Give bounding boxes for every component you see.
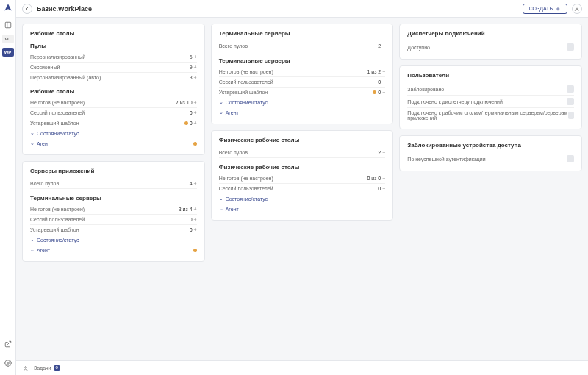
add-icon[interactable]: + [194, 110, 197, 115]
main-area: Базис.WorkPlace СОЗДАТЬ Рабочие столы Пу… [16, 0, 588, 375]
section-terminal-servers: Терминальные серверы [219, 57, 386, 64]
svg-rect-0 [5, 22, 11, 28]
card-app-servers: Серверы приложений Всего пулов 4+ Термин… [22, 161, 205, 262]
stat-row: Устаревший шаблон0+ [30, 118, 197, 128]
chevron-down-icon: ⌄ [30, 130, 35, 136]
add-icon[interactable]: + [194, 121, 197, 126]
expand-agent[interactable]: ⌄Агент [219, 107, 386, 118]
user-menu-icon[interactable] [572, 4, 582, 14]
desktop-rows: Не готов (не настроен)7 из 10+Сессий пол… [30, 98, 197, 128]
card-physical-desktops: Физические рабочие столы Всего пулов 2+ … [211, 130, 394, 221]
row-value: 0+ [190, 227, 197, 232]
add-icon[interactable]: + [194, 217, 197, 222]
rail-item-vc[interactable]: vC [2, 35, 14, 43]
stat-row: Не готов (не настроен)0 из 0+ [219, 174, 386, 184]
row-label: Всего пулов [219, 150, 248, 155]
add-icon[interactable]: + [382, 43, 385, 49]
stat-row: Не готов (не настроен)1 из 2+ [219, 67, 386, 77]
add-icon[interactable]: + [194, 227, 197, 232]
chevron-down-icon: ⌄ [219, 206, 223, 212]
user-rows: ЗаблокированоПодключено к диспетчеру под… [407, 83, 574, 123]
section-physical-desktops: Физические рабочие столы [219, 164, 386, 171]
svg-line-2 [7, 341, 11, 345]
stat-row: По неуспешной аутентификации [407, 153, 574, 165]
expand-agent[interactable]: ⌄Агент [30, 138, 50, 149]
stat-row: Подключено к рабочим столам/терминальным… [407, 108, 574, 123]
toggle[interactable] [567, 85, 574, 93]
card-title: Терминальные серверы [219, 30, 386, 37]
stat-row: Не готов (не настроен)7 из 10+ [30, 98, 197, 108]
expand-agent[interactable]: ⌄Агент [219, 204, 386, 214]
panel-icon[interactable] [4, 21, 12, 29]
add-icon[interactable]: + [382, 69, 385, 74]
stat-row: Персонализированный (авто)3+ [30, 73, 197, 82]
chevron-down-icon: ⌄ [219, 99, 223, 105]
row-label: Подключено к диспетчеру подключений [407, 99, 503, 104]
chevron-down-icon: ⌄ [30, 237, 35, 243]
column-2: Терминальные серверы Всего пулов 2+ Терм… [211, 24, 394, 354]
row-label: Персонализированный [30, 54, 85, 60]
settings-icon[interactable] [4, 359, 12, 368]
expand-status[interactable]: ⌄Состояние/статус [219, 97, 386, 107]
expand-status[interactable]: ⌄Состояние/статус [30, 235, 197, 245]
add-icon[interactable]: + [382, 186, 385, 191]
expand-status[interactable]: ⌄Состояние/статус [30, 128, 197, 138]
app-logo-icon [3, 3, 13, 13]
section-desktops: Рабочие столы [30, 88, 197, 95]
add-icon[interactable]: + [194, 75, 197, 80]
row-value: 3+ [190, 75, 197, 80]
toggle[interactable] [567, 43, 574, 51]
expand-agent[interactable]: ⌄Агент [30, 245, 50, 255]
status-dot-icon [193, 142, 197, 146]
card-title: Заблокированные устройства доступа [407, 142, 574, 149]
stat-row: Сессий пользователей0+ [219, 77, 386, 88]
row-label: Всего пулов [30, 181, 59, 186]
row-value: 0+ [378, 79, 385, 85]
add-icon[interactable]: + [194, 65, 197, 70]
row-label: Сессионный [30, 65, 60, 70]
stat-row: Сессий пользователей0+ [219, 184, 386, 193]
column-1: Рабочие столы Пулы Персонализированный6+… [22, 24, 205, 354]
add-icon[interactable]: + [194, 207, 197, 212]
row-value: 0+ [190, 217, 197, 222]
plus-icon [555, 6, 561, 12]
expand-status[interactable]: ⌄Состояние/статус [219, 193, 386, 204]
row-label: Сессий пользователей [219, 186, 273, 191]
add-icon[interactable]: + [382, 79, 385, 85]
row-label: Сессий пользователей [219, 79, 273, 85]
row-value: 0+ [190, 110, 197, 115]
card-title: Рабочие столы [30, 30, 197, 37]
chevron-up-icon[interactable] [22, 365, 29, 372]
add-icon[interactable]: + [382, 176, 385, 181]
create-button[interactable]: СОЗДАТЬ [523, 4, 567, 14]
external-link-icon[interactable] [4, 340, 12, 349]
toggle[interactable] [567, 155, 574, 162]
add-icon[interactable]: + [382, 150, 385, 155]
add-icon[interactable]: + [194, 54, 197, 60]
stat-row: Сессий пользователей0+ [30, 108, 197, 118]
card-title: Пользователи [407, 72, 574, 79]
tasks-label[interactable]: Задачи 0 [34, 365, 60, 371]
add-icon[interactable]: + [194, 100, 197, 105]
ts-rows: Не готов (не настроен)1 из 2+Сессий поль… [219, 67, 386, 97]
left-rail: vC WP [0, 0, 16, 375]
rail-item-wp[interactable]: WP [2, 48, 14, 57]
add-icon[interactable]: + [382, 90, 385, 95]
card-desktops: Рабочие столы Пулы Персонализированный6+… [22, 24, 205, 155]
svg-point-3 [7, 362, 9, 365]
row-value: 0 из 0+ [367, 176, 385, 181]
back-button[interactable] [22, 4, 32, 14]
row-label: Устаревший шаблон [30, 121, 79, 126]
create-button-label: СОЗДАТЬ [529, 6, 553, 11]
add-icon[interactable]: + [194, 181, 197, 186]
row-value: 3 из 4+ [179, 207, 197, 212]
toggle[interactable] [568, 112, 574, 119]
row-value: 0+ [373, 90, 385, 95]
card-title: Диспетчеры подключений [407, 30, 574, 37]
toggle[interactable] [567, 98, 574, 105]
stat-row: Доступно [407, 41, 574, 53]
stat-row: Персонализированный6+ [30, 52, 197, 63]
row-label: Сессий пользователей [30, 110, 85, 115]
row-label: Устаревший шаблон [219, 90, 268, 95]
stat-row: Всего пулов 2+ [219, 148, 386, 158]
